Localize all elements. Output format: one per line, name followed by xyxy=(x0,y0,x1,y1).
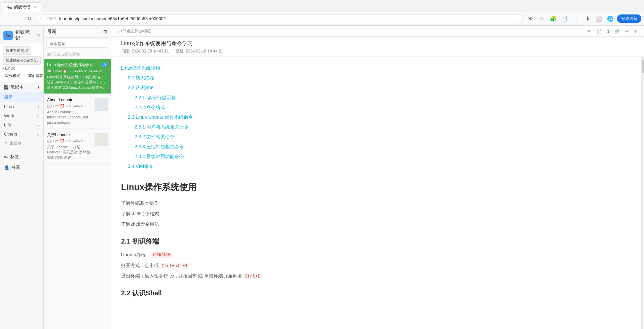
tag-icon: 🏷 xyxy=(4,154,8,159)
undo-icon[interactable]: ↩ xyxy=(623,28,631,35)
toc-link-9[interactable]: 2.3.3 压缩打包相关命令 xyxy=(121,142,631,152)
app-layout: 🐜 蚂蚁笔记 ≡ 新建普通笔记 新建Markdown笔记 - Linux 写作模… xyxy=(0,26,644,329)
note-1-meta: 📖 Linux ⏰ 2024-02-18 14:44:21 xyxy=(47,69,107,73)
menu-icon[interactable]: ⋮ xyxy=(571,14,581,24)
article-h2-1: 2.1 初识终端 xyxy=(121,235,631,247)
sidebar-item-others[interactable]: Others 0 xyxy=(0,130,43,139)
toc-link-7[interactable]: 2.3.1 用户与系统相关命令 xyxy=(121,122,631,132)
sidebar-toggle[interactable]: ≡ xyxy=(37,32,40,38)
update-button[interactable]: 完成更新 xyxy=(617,14,641,23)
notebook-label: 笔记本 xyxy=(10,84,24,90)
toc-link-4[interactable]: 2.2.1. 命令行提示符 xyxy=(121,93,631,103)
article-open-method: 打开方式：点击或 Ctrl+alt+T xyxy=(121,261,631,270)
extension-icon[interactable]: 🧩 xyxy=(548,14,558,24)
notes-view-toggle[interactable]: ⊞ xyxy=(103,29,107,34)
link-icon[interactable]: 🔗 xyxy=(612,28,622,35)
sidebar-item-share[interactable]: 👤 分享 xyxy=(0,162,43,173)
add-tags-area[interactable]: 🏷 只点击添加标签 xyxy=(118,28,151,34)
edit-icon[interactable]: ✏ xyxy=(585,28,593,35)
add-notebook-button[interactable]: + xyxy=(37,84,40,90)
note-1-meta-icon: 📖 xyxy=(47,69,52,73)
note-1-badge: B xyxy=(102,63,107,67)
scrollbar-track[interactable] xyxy=(641,57,644,329)
share-label: 分享 xyxy=(11,164,20,171)
sidebar-divider xyxy=(4,150,39,150)
new-markdown-button[interactable]: 新建Markdown笔记 xyxy=(3,56,41,65)
profile-icon[interactable]: 🌐 xyxy=(606,14,615,24)
note-title: Linux操作系统使用与命令学习 xyxy=(121,40,634,47)
tag-placeholder-icon: 🏷 xyxy=(47,52,51,57)
help-icon[interactable]: ? xyxy=(632,28,639,35)
download-icon[interactable]: ⬇ xyxy=(583,14,592,24)
star-icon[interactable]: ☆ xyxy=(537,14,546,24)
security-label: 不安全 xyxy=(45,16,57,22)
nav-back[interactable]: ← xyxy=(3,14,12,24)
nav-forward[interactable]: → xyxy=(13,14,23,24)
note-item-3[interactable]: 关于Leanote 📖 Life ⏰ 2015-06-15 .. 关于Leano… xyxy=(44,129,111,164)
note-2-header: About Leanote xyxy=(47,97,92,103)
toc-link-5[interactable]: 2.2.2.命令格式 xyxy=(121,103,631,112)
tab-title: 蚂蚁笔记 xyxy=(14,4,30,10)
app-logo: 🐜 xyxy=(3,31,13,40)
nav-icons: 👁 ☆ 🧩 📑 ⋮ ⬇ ⬜ 🌐 完成更新 xyxy=(526,14,641,24)
article-quit-method: 退出终端：输入命令行 exit 并按回车 或 单击终端页面再按 Ctrl+D xyxy=(121,272,631,280)
security-warning: ⚠ xyxy=(39,16,43,21)
note-2-date: 2015-06-15 .. xyxy=(66,104,87,108)
notes-panel: 最新 ⊞ 🏷 只点击添加标签 Linux操作系统使用与命令学习 B 📖 Linu… xyxy=(44,26,111,329)
url-text[interactable]: leanote.vip.cpolar.cn/note/65d1a6ebf50d0… xyxy=(59,16,166,21)
note-content-area: Linux操作系统使用 2.1 初识终端 2.2 认识Shell 2.2.1. … xyxy=(111,57,644,329)
sidebar-item-tags[interactable]: 🏷 标签 xyxy=(0,151,43,162)
tags-placeholder[interactable]: 只点击添加标签 xyxy=(52,51,80,57)
split-icon[interactable]: ⬜ xyxy=(594,14,604,24)
info-icon[interactable]: ℹ xyxy=(605,28,611,35)
blog-button[interactable]: 我的博客 xyxy=(26,72,44,80)
app-toolbar: 新建普通笔记 新建Markdown笔记 - Linux 写作模式 我的博客 探索… xyxy=(0,44,43,82)
eye-icon[interactable]: 👁 xyxy=(526,14,535,24)
nav-reload[interactable]: ↻ xyxy=(24,14,34,24)
table-of-contents: Linux操作系统使用 2.1 初识终端 2.2 认识Shell 2.2.1. … xyxy=(121,63,631,171)
browser-tab[interactable]: 🐜 蚂蚁笔记 ✕ xyxy=(3,2,41,12)
note-1-notebook: Linux xyxy=(53,69,62,73)
article-h1: Linux操作系统使用 xyxy=(121,179,631,195)
notes-header: 最新 ⊞ xyxy=(44,26,111,38)
toc-link-6[interactable]: 2.3 Linux Ubuntu 操作系统命令 xyxy=(121,112,631,122)
write-mode-button[interactable]: 写作模式 xyxy=(3,72,23,80)
note-1-date: 2024-02-18 14:44:21 xyxy=(68,69,103,73)
gnome-label: GNOME xyxy=(152,252,172,258)
search-bar xyxy=(44,38,111,50)
note-1-clock: ⏰ xyxy=(63,69,67,73)
note-2-meta-icon: 📖 xyxy=(47,104,52,108)
note-3-clock: ⏰ xyxy=(60,139,65,143)
sidebar-item-work[interactable]: Work 0 xyxy=(0,111,43,120)
search-input[interactable] xyxy=(46,40,108,48)
toc-link-2[interactable]: 2.1 初识终端 xyxy=(121,73,631,83)
sidebar-item-latest[interactable]: 最新 xyxy=(0,92,43,102)
sidebar-item-linux[interactable]: Linux 1 xyxy=(0,102,43,111)
new-note-button[interactable]: 新建普通笔记 xyxy=(3,46,31,55)
browser-nav: ← → ↻ ⚠ 不安全 leanote.vip.cpolar.cn/note/6… xyxy=(0,12,644,26)
sidebar-item-life[interactable]: Life 2 xyxy=(0,120,43,130)
tab-close[interactable]: ✕ xyxy=(34,5,37,10)
toc-link-8[interactable]: 2.3.2 文件相关命令 xyxy=(121,132,631,142)
shortcut-ctrl-alt-t: Ctrl+alt+T xyxy=(160,263,189,268)
article-p3: 了解shell命令用法 xyxy=(121,220,631,228)
note-item-1[interactable]: Linux操作系统使用与命令学习 B 📖 Linux ⏰ 2024-02-18 … xyxy=(44,59,111,94)
latest-label: 最新 xyxy=(4,94,13,100)
note-3-meta-icon: 📖 xyxy=(47,139,52,143)
file-icon[interactable]: 📄 xyxy=(595,28,604,35)
toc-link-11[interactable]: 2.4 VIM命令 xyxy=(121,161,631,171)
scrollbar-thumb xyxy=(642,60,644,73)
tags-row: 🏷 只点击添加标签 xyxy=(44,50,111,59)
toc-link-10[interactable]: 2.3.4 系统常用功能命令 xyxy=(121,152,631,161)
sidebar-item-trash[interactable]: 🗑 废纸篓 xyxy=(0,139,43,148)
bookmark-icon[interactable]: 📑 xyxy=(560,14,569,24)
note-2-thumb xyxy=(94,98,108,111)
toc-link-3[interactable]: 2.2 认识Shell xyxy=(121,83,631,93)
app-name: 蚂蚁笔记 xyxy=(15,29,34,41)
toc-link-1[interactable]: Linux操作系统使用 xyxy=(121,63,631,73)
tag-add-icon: 🏷 xyxy=(118,29,122,34)
note-2-preview: About Leanote 1. Introduction Leanote, n… xyxy=(47,110,92,125)
note-3-preview: 关于Leanote 1. 介绍 Leanote, 不只是笔记! 特性 知识管理:… xyxy=(47,145,92,160)
note-item-2[interactable]: About Leanote 📖 Life ⏰ 2015-06-15 .. Abo… xyxy=(44,94,111,129)
note-3-notebook: Life xyxy=(53,139,59,143)
